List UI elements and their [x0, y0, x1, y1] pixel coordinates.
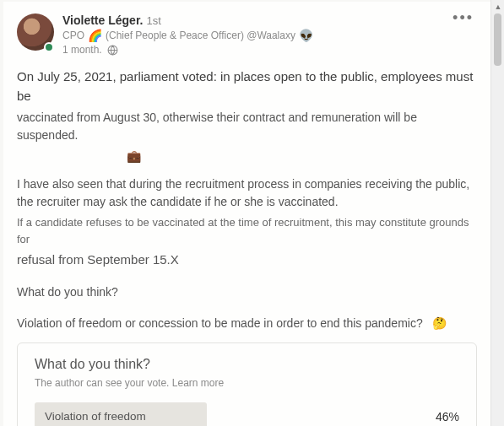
author-title-prefix: CPO — [62, 30, 84, 41]
online-status-icon — [44, 42, 54, 52]
more-options-button[interactable]: ••• — [449, 13, 477, 22]
author-name[interactable]: Violette Léger. — [62, 13, 143, 27]
post-line: refusal from September 15.X — [17, 251, 477, 270]
post-line: I have also seen that during the recruit… — [17, 175, 477, 211]
poll-card: What do you think? The author can see yo… — [17, 342, 477, 427]
globe-icon — [107, 45, 118, 56]
post-body: On July 25, 2021, parliament voted: in p… — [17, 67, 477, 332]
scroll-up-arrow-icon[interactable]: ▲ — [491, 0, 504, 13]
poll-option-pct: 46% — [409, 410, 459, 423]
author-title-rest: (Chief People & Peace Officer) @Waalaxy — [106, 30, 295, 41]
post-line: If a candidate refuses to be vaccinated … — [17, 214, 477, 247]
post-question: Violation of freedom or concession to be… — [17, 316, 423, 330]
post-age: 1 month. — [62, 44, 102, 56]
author-block: Violette Léger. 1st CPO 🌈 (Chief People … — [62, 13, 449, 56]
alien-icon: 👽 — [299, 29, 313, 42]
post-header: Violette Léger. 1st CPO 🌈 (Chief People … — [17, 13, 477, 56]
briefcase-icon: 💼 — [127, 149, 141, 163]
post-card: Violette Léger. 1st CPO 🌈 (Chief People … — [3, 2, 490, 426]
scroll-thumb[interactable] — [494, 13, 501, 66]
poll-option-label: Violation of freedom — [35, 402, 207, 427]
poll-title: What do you think? — [35, 357, 459, 372]
post-line: On July 25, 2021, parliament voted: in p… — [17, 67, 477, 105]
scrollbar[interactable]: ▲ — [490, 0, 504, 426]
poll-option[interactable]: Violation of freedom 46% — [35, 402, 459, 427]
post-line: vaccinated from August 30, otherwise the… — [17, 109, 477, 144]
thinking-icon: 🤔 — [432, 316, 447, 330]
post-question: What do you think? — [17, 283, 477, 301]
author-degree: 1st — [146, 14, 160, 27]
learn-more-link[interactable]: Learn more — [172, 377, 224, 389]
poll-visibility-note: The author can see your vote. — [35, 377, 169, 389]
rainbow-icon: 🌈 — [88, 29, 102, 42]
